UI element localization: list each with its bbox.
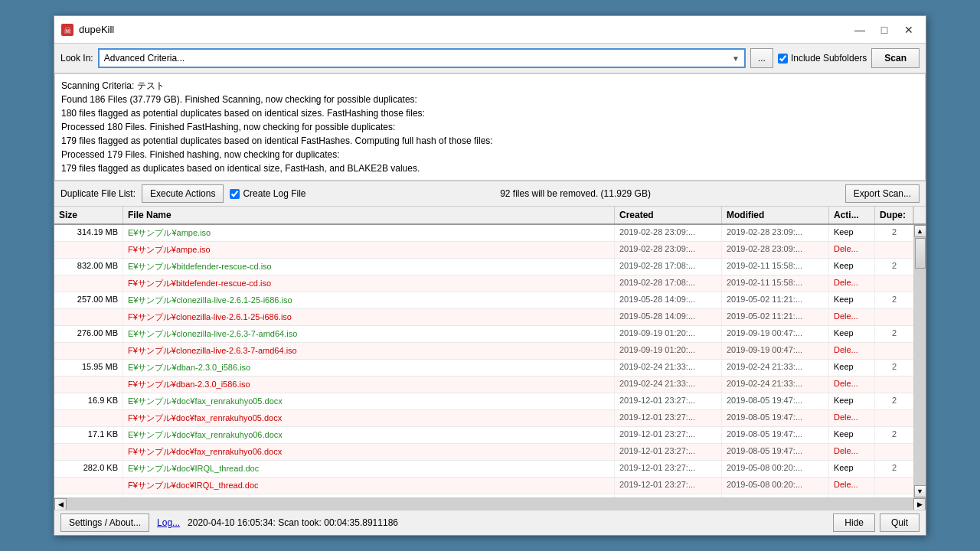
cell-modified: 2019-08-05 19:47:... (722, 444, 829, 460)
table-row[interactable]: F¥サンプル¥dban-2.3.0_i586.iso 2019-02-24 21… (54, 377, 913, 393)
cell-dupe (875, 377, 913, 393)
table-row[interactable]: 17.1 KB E¥サンプル¥doc¥fax_renrakuhyo06.docx… (54, 427, 913, 444)
minimize-button[interactable]: — (849, 21, 871, 39)
scroll-thumb[interactable] (915, 238, 926, 269)
col-header-size[interactable]: Size (54, 207, 123, 223)
cell-size (54, 377, 123, 393)
table-row[interactable]: F¥サンプル¥ampe.iso 2019-02-28 23:09:... 201… (54, 242, 913, 259)
cell-created: 2019-12-01 23:27:... (615, 461, 722, 477)
horizontal-scrollbar[interactable]: ◀ ▶ (54, 497, 926, 510)
table-row[interactable]: 832.00 MB E¥サンプル¥bitdefender-rescue-cd.i… (54, 259, 913, 276)
vertical-scrollbar[interactable]: ▲ ▼ (913, 225, 926, 497)
scroll-right-button[interactable]: ▶ (913, 498, 926, 510)
col-header-action[interactable]: Acti... (829, 207, 875, 223)
hide-button[interactable]: Hide (833, 514, 875, 532)
cell-action[interactable]: Keep (829, 292, 875, 308)
cell-created: 2019-12-01 23:27:... (615, 427, 722, 443)
col-header-created[interactable]: Created (615, 207, 722, 223)
log-link-button[interactable]: Log... (154, 514, 183, 532)
cell-modified: 2019-05-08 00:20:... (722, 461, 829, 477)
cell-filename: E¥サンプル¥ampe.iso (123, 225, 615, 241)
cell-modified: 2019-02-28 23:09:... (722, 242, 829, 258)
scroll-up-button[interactable]: ▲ (914, 225, 926, 237)
table-scroll-wrapper: 314.19 MB E¥サンプル¥ampe.iso 2019-02-28 23:… (54, 225, 926, 497)
col-header-scroll (913, 207, 926, 223)
col-header-dupe[interactable]: Dupe: (875, 207, 913, 223)
table-container: Size File Name Created Modified Acti... … (54, 207, 926, 510)
cell-modified: 2019-02-24 21:33:... (722, 377, 829, 393)
table-row[interactable]: F¥サンプル¥bitdefender-rescue-cd.iso 2019-02… (54, 276, 913, 292)
table-body[interactable]: 314.19 MB E¥サンプル¥ampe.iso 2019-02-28 23:… (54, 225, 913, 497)
cell-dupe: 2 (875, 225, 913, 241)
scroll-track[interactable] (914, 237, 926, 485)
title-bar: ☠ dupeKill — □ ✕ (54, 16, 926, 44)
cell-created: 2019-09-19 01:20:... (615, 326, 722, 342)
app-icon: ☠ (60, 23, 74, 37)
cell-modified: 2019-02-11 15:58:... (722, 276, 829, 292)
table-row[interactable]: 257.00 MB E¥サンプル¥clonezilla-live-2.6.1-2… (54, 292, 913, 309)
col-header-filename[interactable]: File Name (123, 207, 615, 223)
cell-filename: F¥サンプル¥doc¥IRQL_thread.doc (123, 478, 615, 494)
scroll-down-button[interactable]: ▼ (914, 485, 926, 497)
cell-dupe: 2 (875, 259, 913, 275)
cell-dupe: 2 (875, 292, 913, 308)
cell-action[interactable]: Dele... (829, 444, 875, 460)
cell-action[interactable]: Keep (829, 259, 875, 275)
quit-button[interactable]: Quit (880, 514, 920, 532)
cell-action[interactable]: Dele... (829, 410, 875, 426)
cell-action[interactable]: Keep (829, 393, 875, 409)
look-in-combo[interactable]: Advanced Criteria... ▼ (98, 48, 746, 68)
table-row[interactable]: 314.19 MB E¥サンプル¥ampe.iso 2019-02-28 23:… (54, 225, 913, 242)
table-row[interactable]: F¥サンプル¥doc¥fax_renrakuhyo05.docx 2019-12… (54, 410, 913, 427)
col-header-modified[interactable]: Modified (722, 207, 829, 223)
export-scan-button[interactable]: Export Scan... (845, 184, 920, 203)
scroll-left-button[interactable]: ◀ (54, 498, 67, 510)
create-log-checkbox[interactable] (230, 189, 240, 199)
cell-size (54, 276, 123, 292)
execute-actions-button[interactable]: Execute Actions (142, 184, 224, 203)
table-row[interactable]: F¥サンプル¥clonezilla-live-2.6.3-7-amd64.iso… (54, 343, 913, 360)
browse-button[interactable]: ... (750, 48, 773, 68)
table-row[interactable]: F¥サンプル¥doc¥IRQL_thread.doc 2019-12-01 23… (54, 478, 913, 494)
cell-action[interactable]: Dele... (829, 343, 875, 359)
cell-action[interactable]: Keep (829, 326, 875, 342)
cell-action[interactable]: Keep (829, 427, 875, 443)
include-subfolders-checkbox[interactable] (778, 54, 788, 64)
settings-button[interactable]: Settings / About... (60, 514, 149, 532)
include-subfolders-label[interactable]: Include Subfolders (778, 53, 867, 64)
cell-action[interactable]: Keep (829, 360, 875, 376)
cell-action[interactable]: Dele... (829, 478, 875, 494)
cell-action[interactable]: Keep (829, 225, 875, 241)
cell-dupe (875, 343, 913, 359)
cell-action[interactable]: Dele... (829, 309, 875, 325)
table-row[interactable]: 15.95 MB E¥サンプル¥dban-2.3.0_i586.iso 2019… (54, 360, 913, 377)
log-line-3: Processed 180 Files. Finished FastHashin… (61, 120, 919, 134)
window-controls: — □ ✕ (849, 21, 920, 39)
cell-action[interactable]: Dele... (829, 377, 875, 393)
table-row[interactable]: 282.0 KB E¥サンプル¥doc¥IRQL_thread.doc 2019… (54, 461, 913, 478)
create-log-label[interactable]: Create Log File (230, 188, 305, 199)
cell-action[interactable]: Dele... (829, 276, 875, 292)
hscroll-track[interactable] (67, 498, 913, 510)
cell-filename: F¥サンプル¥bitdefender-rescue-cd.iso (123, 276, 615, 292)
bottom-bar: Settings / About... Log... 2020-04-10 16… (54, 510, 926, 535)
maximize-button[interactable]: □ (874, 21, 895, 39)
scan-button[interactable]: Scan (871, 48, 920, 68)
cell-action[interactable]: Dele... (829, 242, 875, 258)
table-row[interactable]: F¥サンプル¥doc¥fax_renrakuhyo06.docx 2019-12… (54, 444, 913, 461)
cell-size: 257.00 MB (54, 292, 123, 308)
cell-created: 2019-12-01 23:27:... (615, 393, 722, 409)
table-row[interactable]: F¥サンプル¥clonezilla-live-2.6.1-25-i686.iso… (54, 309, 913, 326)
cell-dupe: 2 (875, 326, 913, 342)
cell-created: 2019-02-28 17:08:... (615, 259, 722, 275)
files-info: 92 files will be removed. (11.929 GB) (312, 188, 838, 199)
cell-size: 314.19 MB (54, 225, 123, 241)
cell-modified: 2019-02-28 23:09:... (722, 225, 829, 241)
log-line-0: Scanning Criteria: テスト (61, 79, 919, 93)
close-button[interactable]: ✕ (898, 21, 920, 39)
table-row[interactable]: 276.00 MB E¥サンプル¥clonezilla-live-2.6.3-7… (54, 326, 913, 343)
cell-action[interactable]: Keep (829, 461, 875, 477)
cell-dupe: 2 (875, 427, 913, 443)
cell-dupe: 2 (875, 461, 913, 477)
table-row[interactable]: 16.9 KB E¥サンプル¥doc¥fax_renrakuhyo05.docx… (54, 393, 913, 410)
